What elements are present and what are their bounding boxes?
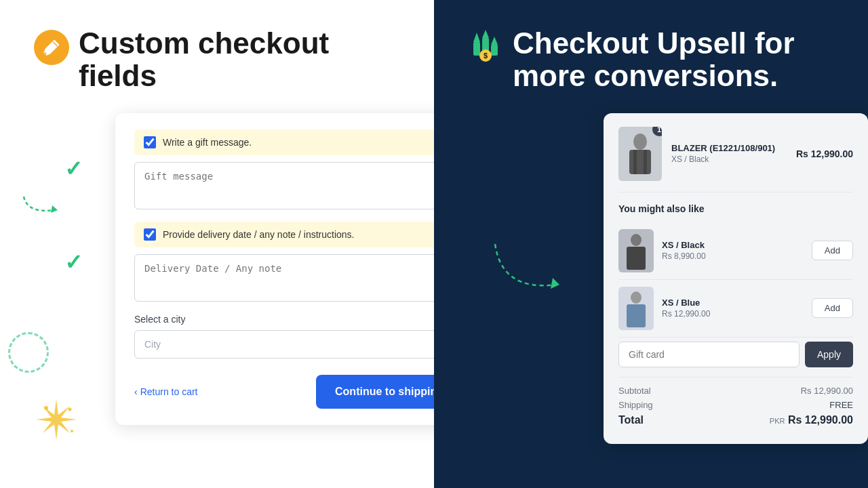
deco-checkmark-1: ✓ (64, 156, 83, 182)
right-title-icon: $ (468, 27, 503, 70)
svg-point-23 (631, 291, 642, 304)
upsell-card: 1 BLAZER (E1221/108/901) XS / Black Rs 1… (604, 113, 868, 444)
select-city-label: Select a city (134, 314, 462, 325)
left-title-container: Custom checkout fields (34, 27, 400, 93)
upsell-item-2-price: Rs 12,990.00 (662, 309, 804, 319)
svg-rect-16 (629, 150, 651, 174)
product-image: 1 (618, 127, 662, 181)
return-to-cart-link[interactable]: ‹ Return to cart (134, 386, 198, 397)
gift-card-input[interactable] (618, 342, 800, 367)
checkout-card: Write a gift message. Provide delivery d… (115, 113, 481, 425)
left-title-icon (34, 30, 69, 65)
deco-arrow-right (488, 237, 576, 322)
upsell-item-1-variant: XS / Black (662, 240, 804, 250)
svg-marker-10 (491, 37, 498, 45)
chevron-left-icon: ‹ (134, 386, 138, 397)
subtotal-label: Subtotal (618, 386, 651, 396)
gift-card-row: Apply (618, 338, 853, 367)
main-product-info: BLAZER (E1221/108/901) XS / Black (671, 143, 787, 164)
product-price: Rs 12,990.00 (796, 148, 853, 159)
shipping-row: Shipping FREE (618, 400, 853, 410)
delivery-date-option[interactable]: Provide delivery date / any note / instr… (134, 222, 462, 247)
gift-message-option[interactable]: Write a gift message. (134, 129, 462, 155)
product-name: BLAZER (E1221/108/901) (671, 143, 787, 153)
svg-marker-13 (551, 278, 559, 289)
subtotal-value: Rs 12,990.00 (801, 386, 853, 396)
upsell-item-1-info: XS / Black Rs 8,990.00 (662, 240, 804, 261)
svg-marker-8 (482, 30, 489, 38)
form-actions: ‹ Return to cart Continue to shipping (134, 375, 462, 409)
gift-message-textarea[interactable] (134, 162, 462, 209)
deco-arrow (20, 190, 61, 220)
upsell-item-1-price: Rs 8,990.00 (662, 251, 804, 261)
total-row: Total PKR Rs 12,990.00 (618, 414, 853, 426)
svg-marker-6 (473, 33, 480, 42)
delivery-note-textarea[interactable] (134, 254, 462, 302)
apply-button[interactable]: Apply (805, 342, 853, 367)
subtotal-row: Subtotal Rs 12,990.00 (618, 386, 853, 396)
svg-marker-1 (51, 205, 58, 213)
upsell-item-2-variant: XS / Blue (662, 298, 804, 308)
total-amount: PKR Rs 12,990.00 (770, 414, 853, 426)
deco-circle-left (8, 332, 49, 373)
total-label: Total (618, 414, 644, 426)
product-variant: XS / Black (671, 155, 787, 164)
delivery-date-checkbox[interactable] (144, 228, 156, 241)
main-product-row: 1 BLAZER (E1221/108/901) XS / Black Rs 1… (618, 127, 853, 192)
right-title-text: Checkout Upsell for more conversions. (513, 27, 795, 93)
delivery-date-label: Provide delivery date / any note / instr… (163, 229, 354, 240)
upsell-item-2: XS / Blue Rs 12,990.00 Add (618, 280, 853, 338)
upsell-section-title: You might also like (618, 203, 853, 214)
total-value: Rs 12,990.00 (788, 414, 853, 426)
upsell-item-2-info: XS / Blue Rs 12,990.00 (662, 298, 804, 319)
upsell-add-button-2[interactable]: Add (812, 298, 853, 318)
order-summary: Subtotal Rs 12,990.00 Shipping FREE Tota… (618, 377, 853, 426)
right-panel: $ Checkout Upsell for more conversions. … (434, 0, 868, 488)
svg-point-4 (71, 430, 73, 432)
svg-rect-17 (633, 150, 637, 174)
svg-point-2 (44, 406, 48, 410)
deco-checkmark-2: ✓ (64, 249, 83, 275)
city-select-wrapper: City Karachi Lahore Islamabad ▼ (134, 330, 462, 359)
left-title-text: Custom checkout fields (79, 27, 329, 93)
deco-sparkle (33, 396, 80, 451)
svg-point-3 (68, 408, 72, 411)
pencil-icon (42, 38, 61, 57)
shipping-label: Shipping (618, 400, 653, 410)
upsell-item-1-image (618, 229, 654, 272)
upsell-icon: $ (468, 27, 503, 62)
left-panel: Custom checkout fields ✓ ✓ Write a gift … (0, 0, 434, 488)
svg-text:$: $ (484, 52, 488, 60)
svg-rect-9 (491, 45, 498, 56)
gift-message-label: Write a gift message. (163, 137, 252, 148)
svg-rect-18 (644, 150, 647, 174)
shipping-value: FREE (829, 400, 853, 410)
svg-rect-24 (627, 304, 646, 327)
gift-message-checkbox[interactable] (144, 136, 156, 148)
upsell-add-button-1[interactable]: Add (812, 241, 853, 260)
upsell-item-2-image (618, 287, 654, 330)
right-title-container: $ Checkout Upsell for more conversions. (468, 27, 834, 93)
svg-rect-5 (473, 42, 480, 56)
svg-point-20 (631, 234, 642, 246)
pkr-badge: PKR (770, 417, 785, 425)
upsell-item-1: XS / Black Rs 8,990.00 Add (618, 222, 853, 280)
svg-rect-21 (627, 247, 646, 270)
city-select[interactable]: City Karachi Lahore Islamabad (134, 330, 462, 359)
svg-point-15 (633, 134, 647, 150)
